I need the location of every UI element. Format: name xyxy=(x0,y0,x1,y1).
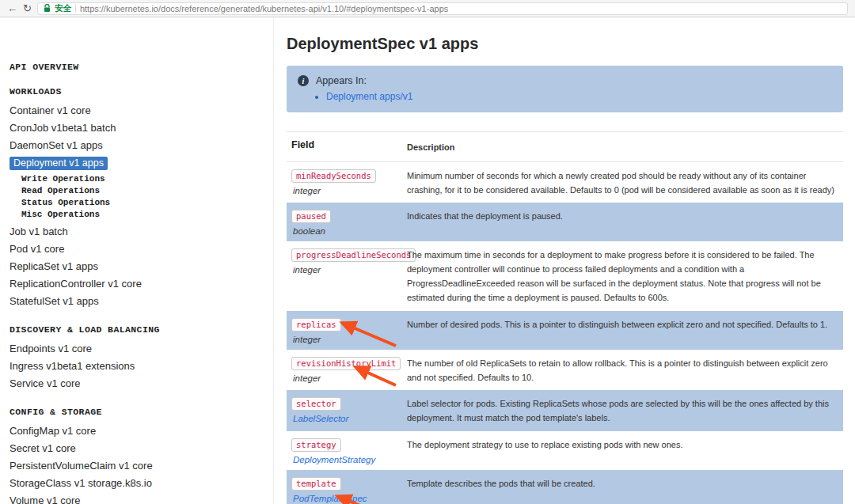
url-text: https://kubernetes.io/docs/reference/gen… xyxy=(80,4,448,13)
sidebar-item-statefulset-v1-apps[interactable]: StatefulSet v1 apps xyxy=(10,293,273,310)
sidebar-subitem-write-operations[interactable]: Write Operations xyxy=(10,173,273,185)
field-name-code: selector xyxy=(291,397,341,411)
appears-in-label: Appears In: xyxy=(316,75,367,86)
field-type: integer xyxy=(291,335,407,344)
field-type: integer xyxy=(291,186,407,195)
main-content: DeploymentSpec v1 apps i Appears In: Dep… xyxy=(273,17,855,504)
secure-label: 安全 xyxy=(55,3,71,14)
info-icon: i xyxy=(298,75,309,86)
row-minReadySeconds: minReadySeconds integer Minimum number o… xyxy=(287,162,843,203)
field-cell: progressDeadlineSeconds integer xyxy=(287,247,407,305)
address-bar[interactable]: 安全 https://kubernetes.io/docs/reference/… xyxy=(37,2,848,15)
appears-in-list-item: Deployment apps/v1 xyxy=(326,91,832,102)
field-description: Minimum number of seconds for which a ne… xyxy=(407,168,843,198)
field-type-link[interactable]: LabelSelector xyxy=(291,414,407,423)
field-cell: strategy DeploymentStrategy xyxy=(287,437,407,464)
row-strategy: strategy DeploymentStrategy The deployme… xyxy=(287,431,843,470)
field-name-code: minReadySeconds xyxy=(291,169,376,183)
field-cell: paused boolean xyxy=(287,208,407,236)
sidebar-subitem-misc-operations[interactable]: Misc Operations xyxy=(10,209,273,221)
row-template: template PodTemplateSpec Template descri… xyxy=(287,470,843,504)
sidebar-header-discovery-load-balancing: DISCOVERY & LOAD BALANCING xyxy=(10,324,273,335)
sidebar-item-replicationcontroller-v1-core[interactable]: ReplicationController v1 core xyxy=(10,275,273,293)
sidebar-item-service-v1-core[interactable]: Service v1 core xyxy=(10,375,273,392)
page-title: DeploymentSpec v1 apps xyxy=(287,35,843,53)
sidebar-item-pod-v1-core[interactable]: Pod v1 core xyxy=(10,241,273,258)
field-description: The number of old ReplicaSets to retain … xyxy=(407,355,843,385)
sidebar-item-container-v1-core[interactable]: Container v1 core xyxy=(10,102,273,119)
back-icon[interactable]: ← xyxy=(7,3,17,13)
field-description: Number of desired pods. This is a pointe… xyxy=(407,316,843,344)
field-type-link[interactable]: PodTemplateSpec xyxy=(291,494,407,503)
sidebar-item-replicaset-v1-apps[interactable]: ReplicaSet v1 apps xyxy=(10,258,273,275)
field-cell: revisionHistoryLimit integer xyxy=(287,355,407,385)
field-cell: template PodTemplateSpec xyxy=(287,476,407,503)
sidebar-item-job-v1-batch[interactable]: Job v1 batch xyxy=(10,223,273,241)
appears-in-box: i Appears In: Deployment apps/v1 xyxy=(287,66,843,112)
field-description: Label selector for pods. Existing Replic… xyxy=(407,396,843,426)
table-header-row: Field Description xyxy=(287,132,843,162)
field-description: Indicates that the deployment is paused. xyxy=(407,208,843,236)
field-name-code: revisionHistoryLimit xyxy=(291,357,401,370)
sidebar-item-configmap-v1-core[interactable]: ConfigMap v1 core xyxy=(10,423,273,440)
field-cell: replicas integer xyxy=(287,316,407,344)
field-cell: selector LabelSelector xyxy=(287,396,407,426)
lock-icon xyxy=(44,4,51,13)
field-description: Template describes the pods that will be… xyxy=(407,476,843,503)
row-replicas: replicas integer Number of desired pods.… xyxy=(287,311,843,350)
column-header-field: Field xyxy=(287,139,407,155)
sidebar-item-deployment-v1-apps[interactable]: Deployment v1 apps xyxy=(10,154,273,172)
field-type-link[interactable]: DeploymentStrategy xyxy=(291,455,407,464)
column-header-description: Description xyxy=(407,139,843,155)
field-cell: minReadySeconds integer xyxy=(287,168,407,198)
sidebar-item-volume-v1-core[interactable]: Volume v1 core xyxy=(10,492,273,504)
field-type: integer xyxy=(291,265,407,275)
field-name-code: strategy xyxy=(291,438,341,452)
sidebar-item-label-selected: Deployment v1 apps xyxy=(10,157,108,170)
row-progressDeadlineSeconds: progressDeadlineSeconds integer The maxi… xyxy=(287,241,843,310)
sidebar-item-persistentvolumeclaim-v1-core[interactable]: PersistentVolumeClaim v1 core xyxy=(10,457,273,475)
sidebar-header-workloads: WORKLOADS xyxy=(10,86,273,97)
field-type: integer xyxy=(291,373,407,383)
sidebar-item-endpoints-v1-core[interactable]: Endpoints v1 core xyxy=(10,340,273,358)
sidebar-subitem-read-operations[interactable]: Read Operations xyxy=(10,185,273,197)
sidebar-item-daemonset-v1-apps[interactable]: DaemonSet v1 apps xyxy=(10,137,273,154)
field-description: The maximum time in seconds for a deploy… xyxy=(407,247,843,305)
sidebar-header-config-storage: CONFIG & STORAGE xyxy=(10,407,273,417)
sidebar-header-api-overview: API OVERVIEW xyxy=(10,62,273,72)
field-name-code: paused xyxy=(291,210,331,223)
field-name-code: replicas xyxy=(291,318,341,332)
browser-chrome: ← ↻ 安全 https://kubernetes.io/docs/refere… xyxy=(0,0,855,17)
field-type: boolean xyxy=(291,226,407,236)
field-name-code: template xyxy=(291,477,341,491)
row-revisionHistoryLimit: revisionHistoryLimit integer The number … xyxy=(287,350,843,391)
row-selector: selector LabelSelector Label selector fo… xyxy=(287,390,843,431)
sidebar-item-ingress-v1beta1-extensions[interactable]: Ingress v1beta1 extensions xyxy=(10,358,273,375)
sidebar-subitem-status-operations[interactable]: Status Operations xyxy=(10,197,273,209)
appears-in-link[interactable]: Deployment apps/v1 xyxy=(326,91,412,102)
sidebar-item-cronjob-v1beta1-batch[interactable]: CronJob v1beta1 batch xyxy=(10,119,273,137)
sidebar-item-secret-v1-core[interactable]: Secret v1 core xyxy=(10,440,273,457)
row-paused: paused boolean Indicates that the deploy… xyxy=(287,203,843,241)
sidebar-item-storageclass-v1-storage-k8s-io[interactable]: StorageClass v1 storage.k8s.io xyxy=(10,475,273,492)
field-description: The deployment strategy to use to replac… xyxy=(407,437,843,464)
field-name-code: progressDeadlineSeconds xyxy=(291,248,416,262)
fields-table: Field Description minReadySeconds intege… xyxy=(287,131,843,504)
sidebar-nav: API OVERVIEW WORKLOADS Container v1 core… xyxy=(0,17,273,504)
url-separator xyxy=(75,5,76,13)
reload-icon[interactable]: ↻ xyxy=(23,3,32,13)
